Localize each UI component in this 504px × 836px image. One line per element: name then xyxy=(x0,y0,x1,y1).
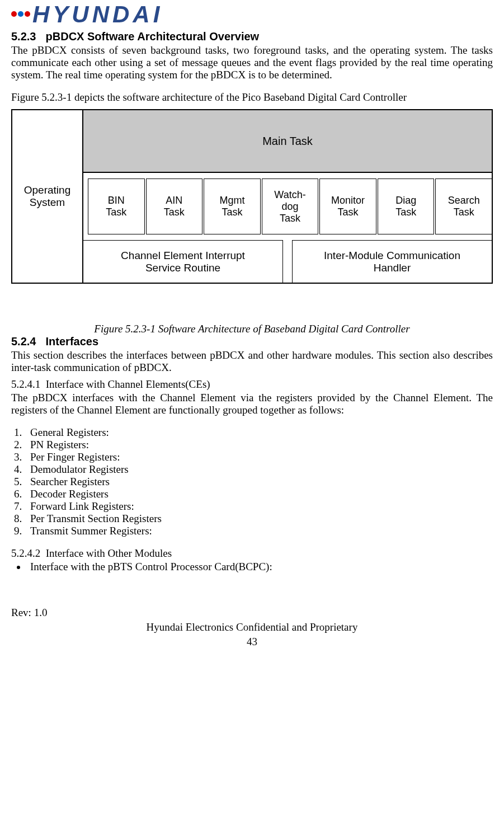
diagram-task: Diag Task xyxy=(378,179,435,234)
list-item: Transmit Summer Registers: xyxy=(25,525,493,537)
subhead-title: Interface with Other Modules xyxy=(46,547,172,559)
heading-524: 5.2.4 Interfaces xyxy=(11,335,493,348)
bullet-list: Interface with the pBTS Control Processo… xyxy=(11,561,493,573)
list-item: Demodulator Registers xyxy=(25,463,493,476)
para-523-1: The pBDCX consists of seven background t… xyxy=(11,44,493,81)
register-list: General Registers: PN Registers: Per Fin… xyxy=(11,426,493,537)
list-item: General Registers: xyxy=(25,426,493,439)
diagram-imc-handler: Inter-Module Communication Handler xyxy=(292,240,493,284)
logo-text: HYUNDAI xyxy=(32,6,163,22)
diagram-tasks-row: BIN Task AIN Task Mgmt Task Watch- dog T… xyxy=(83,173,492,240)
footer-page-number: 43 xyxy=(11,636,493,648)
diagram-task: Monitor Task xyxy=(319,179,376,234)
diagram-task: Search Task xyxy=(435,179,493,234)
para-5241-body: The pBDCX interfaces with the Channel El… xyxy=(11,392,493,416)
list-item: Per Finger Registers: xyxy=(25,451,493,463)
list-item: Forward Link Registers: xyxy=(25,500,493,513)
diagram-task: Mgmt Task xyxy=(204,179,261,234)
diagram-bottom-row: Channel Element Interrupt Service Routin… xyxy=(83,240,492,283)
heading-title: Interfaces xyxy=(46,335,99,347)
heading-number: 5.2.3 xyxy=(11,30,43,43)
diagram-task: BIN Task xyxy=(88,179,145,234)
list-item: Searcher Registers xyxy=(25,476,493,488)
diagram-task: AIN Task xyxy=(146,179,203,234)
footer-confidential: Hyundai Electronics Confidential and Pro… xyxy=(11,621,493,633)
diagram-task: Watch- dog Task xyxy=(262,179,319,234)
list-item: Per Transmit Section Registers xyxy=(25,513,493,525)
subheading-5241: 5.2.4.1 Interface with Channel Elements(… xyxy=(11,378,493,391)
heading-title: pBDCX Software Architectural Overview xyxy=(46,30,260,43)
diagram-main-task: Main Task xyxy=(82,109,493,173)
header-logo: HYUNDAI xyxy=(11,6,493,22)
para-524-intro: This section describes the interfaces be… xyxy=(11,349,493,374)
diagram-ce-isr: Channel Element Interrupt Service Routin… xyxy=(82,240,283,284)
footer-rev: Rev: 1.0 xyxy=(11,607,493,619)
diagram-os-cell: Operating System xyxy=(12,110,83,283)
figure-caption: Figure 5.2.3-1 Software Architecture of … xyxy=(11,323,493,335)
subhead-num: 5.2.4.1 xyxy=(11,378,40,390)
subhead-title: Interface with Channel Elements(CEs) xyxy=(46,378,210,390)
subheading-5242: 5.2.4.2 Interface with Other Modules xyxy=(11,547,493,560)
heading-number: 5.2.4 xyxy=(11,335,43,348)
list-item: Interface with the pBTS Control Processo… xyxy=(27,561,493,573)
para-523-2: Figure 5.2.3-1 depicts the software arch… xyxy=(11,91,493,104)
architecture-diagram: Operating System Main Task BIN Task AIN … xyxy=(11,109,493,284)
list-item: PN Registers: xyxy=(25,439,493,451)
list-item: Decoder Registers xyxy=(25,488,493,500)
heading-523: 5.2.3 pBDCX Software Architectural Overv… xyxy=(11,30,493,43)
logo-dots-icon xyxy=(11,11,30,17)
subhead-num: 5.2.4.2 xyxy=(11,547,40,559)
